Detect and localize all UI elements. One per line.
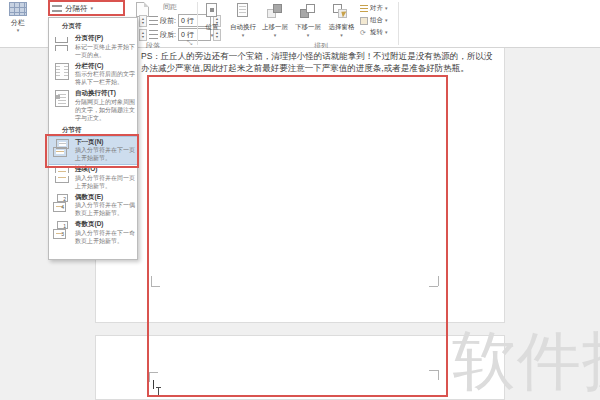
chevron-down-icon: ▾	[292, 33, 324, 38]
next-page-icon	[53, 139, 71, 157]
space-before-icon	[149, 16, 158, 25]
breaks-dropdown-menu: 分页符 分页符(P) 标记一页终止并开始下一页的点。 分栏符(C) 指示分栏符后…	[48, 17, 138, 260]
selection-pane-button[interactable]: 选择窗格 ▾	[325, 1, 358, 45]
wrap-text-button[interactable]: 自动换行 ▾	[227, 1, 259, 45]
group-icon	[360, 17, 368, 25]
word-window: 分栏 ▾ 分隔符 ▾ 间距 ▲▼ 段前: 0 行 ▲▼ ▲▼ 段后: 0 行 ▲…	[0, 0, 600, 400]
bring-forward-icon	[259, 2, 291, 21]
position-button[interactable]: 位置 ▾	[198, 1, 226, 45]
chevron-down-icon: ▾	[385, 6, 388, 11]
rotate-button[interactable]: ⟳ 旋转 ▾	[360, 27, 398, 38]
chevron-down-icon: ▾	[385, 30, 388, 35]
chevron-down-icon: ▾	[2, 28, 34, 33]
page-1[interactable]: PS：丘丘人的旁边还有一个宝箱，清理掉小怪的话就能拿到！不过附近是没有热源的，所…	[95, 48, 505, 323]
breaks-button[interactable]: 分隔符 ▾	[52, 2, 122, 15]
wrap-text-label: 自动换行	[227, 23, 259, 32]
chevron-down-icon: ▾	[91, 6, 94, 11]
menu-item-continuous[interactable]: 连续(O) 插入分节符并在同一页上开始新节。	[49, 164, 137, 192]
send-backward-label: 下移一层	[292, 23, 324, 32]
wrap-text-icon	[237, 3, 248, 17]
align-label: 对齐	[370, 4, 383, 13]
indent-spinner[interactable]: ▲▼	[139, 29, 147, 41]
group-label: 组合	[370, 16, 383, 25]
paragraph-dialog-launcher-icon[interactable]: ⤡	[187, 39, 193, 47]
even-page-icon: 2 4	[53, 194, 71, 212]
space-after-label: 段后:	[160, 30, 176, 40]
breaks-icon	[52, 5, 62, 12]
column-break-icon	[53, 63, 71, 81]
odd-page-icon: 1 3	[53, 221, 71, 239]
text-wrap-icon	[53, 90, 71, 108]
send-backward-icon	[292, 2, 324, 21]
space-after-icon	[149, 30, 158, 39]
text-cursor	[153, 380, 154, 389]
spacing-group-label: 间距	[163, 2, 177, 12]
rotate-label: 旋转	[370, 28, 383, 37]
chevron-down-icon: ▾	[259, 33, 291, 38]
group-button[interactable]: 组合 ▾	[360, 15, 398, 26]
page-2[interactable]	[95, 335, 505, 400]
columns-button[interactable]: 分栏 ▾	[2, 0, 34, 46]
send-backward-button[interactable]: 下移一层 ▾	[292, 1, 324, 45]
document-paragraph: PS：丘丘人的旁边还有一个宝箱，清理掉小怪的话就能拿到！不过附近是没有热源的，所…	[141, 51, 497, 74]
menu-section-section-breaks: 分节符	[49, 124, 137, 137]
chevron-down-icon: ▾	[198, 33, 226, 38]
chevron-down-icon: ▾	[227, 33, 259, 38]
align-icon	[360, 5, 368, 13]
chevron-down-icon: ▾	[325, 33, 358, 38]
menu-section-page-breaks: 分页符	[49, 20, 137, 33]
bring-forward-button[interactable]: 上移一层 ▾	[259, 1, 291, 45]
menu-item-next-page[interactable]: 下一页(N) 插入分节符并在下一页上开始新节。	[49, 137, 137, 165]
align-button[interactable]: 对齐 ▾	[360, 3, 398, 14]
position-icon	[206, 3, 217, 17]
selection-pane-icon	[325, 2, 358, 21]
menu-item-page-break[interactable]: 分页符(P) 标记一页终止并开始下一页的点。	[49, 33, 137, 61]
bring-forward-label: 上移一层	[259, 23, 291, 32]
watermark: 软件技巧	[452, 318, 600, 400]
chevron-down-icon: ▾	[385, 18, 388, 23]
ibeam-pointer-icon	[156, 387, 161, 396]
breaks-button-label: 分隔符	[65, 4, 88, 14]
indent-spinner[interactable]: ▲▼	[139, 15, 147, 27]
selection-pane-label: 选择窗格	[325, 23, 358, 32]
spin-down-icon[interactable]: ▼	[141, 21, 144, 25]
continuous-icon	[53, 166, 71, 184]
space-before-label: 段前:	[160, 16, 176, 26]
page-break-icon	[53, 35, 71, 53]
rotate-icon: ⟳	[360, 29, 368, 37]
menu-item-text-wrap-break[interactable]: 自动换行符(T) 分隔网页上的对象周围的文字，如分隔题注文字与正文。	[49, 88, 137, 124]
position-label: 位置	[198, 23, 226, 32]
columns-icon	[9, 2, 27, 16]
menu-item-even-page[interactable]: 2 4 偶数页(E) 插入分节符并在下一偶数页上开始新节。	[49, 192, 137, 220]
menu-item-odd-page[interactable]: 1 3 奇数页(D) 插入分节符并在下一奇数页上开始新节。	[49, 219, 137, 247]
menu-item-column-break[interactable]: 分栏符(C) 指示分栏符后面的文字将从下一栏开始。	[49, 61, 137, 89]
spin-down-icon[interactable]: ▼	[141, 35, 144, 39]
